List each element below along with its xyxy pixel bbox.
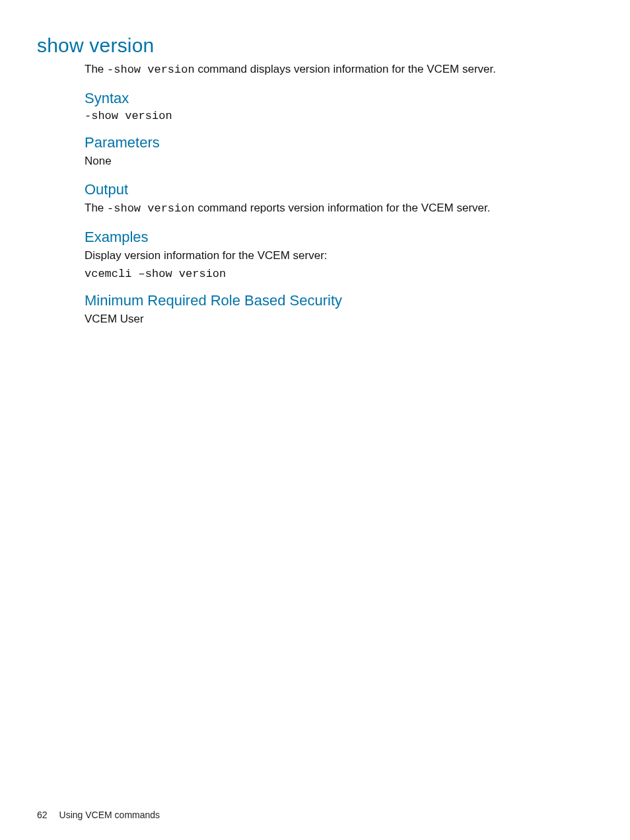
- examples-body: Display version information for the VCEM…: [85, 248, 593, 264]
- parameters-body: None: [85, 154, 593, 169]
- intro-paragraph: The -show version command displays versi…: [85, 62, 593, 78]
- page-footer: 62Using VCEM commands: [37, 810, 160, 820]
- security-heading: Minimum Required Role Based Security: [85, 292, 593, 309]
- examples-heading: Examples: [85, 229, 593, 246]
- page-title: show version: [37, 34, 593, 57]
- security-body: VCEM User: [85, 312, 593, 327]
- footer-section: Using VCEM commands: [59, 810, 160, 820]
- output-text-post: command reports version information for …: [195, 202, 491, 214]
- intro-text-post: command displays version information for…: [195, 63, 496, 75]
- page-number: 62: [37, 810, 48, 820]
- intro-text-pre: The: [85, 63, 107, 75]
- syntax-code: -show version: [85, 110, 593, 122]
- examples-code: vcemcli –show version: [85, 268, 593, 280]
- output-heading: Output: [85, 181, 593, 198]
- output-code: -show version: [107, 202, 195, 215]
- output-text-pre: The: [85, 202, 107, 214]
- output-paragraph: The -show version command reports versio…: [85, 201, 593, 217]
- parameters-heading: Parameters: [85, 134, 593, 151]
- syntax-heading: Syntax: [85, 90, 593, 107]
- document-page: show version The -show version command d…: [0, 0, 630, 840]
- intro-code: -show version: [107, 63, 195, 76]
- content-block: The -show version command displays versi…: [85, 62, 593, 327]
